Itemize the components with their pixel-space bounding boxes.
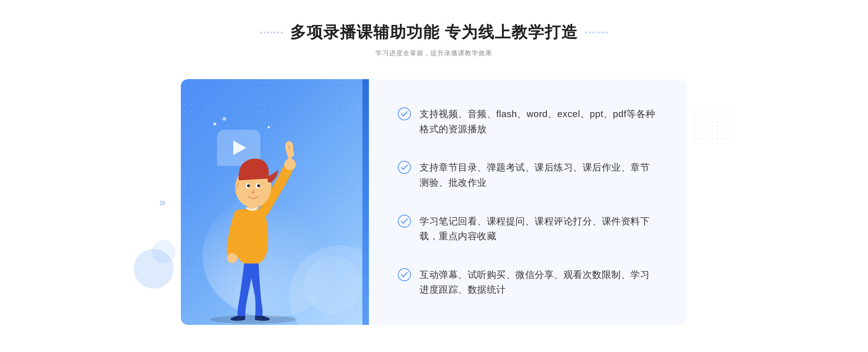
person-illustration	[192, 123, 315, 325]
svg-point-4	[227, 253, 237, 263]
feature-item-1: 支持视频、音频、flash、word、excel、ppt、pdf等各种格式的资源…	[398, 99, 658, 144]
feature-text-4: 互动弹幕、试听购买、微信分享、观看次数限制、学习进度跟踪、数据统计	[420, 267, 658, 297]
rdot-spacer	[596, 31, 597, 34]
content-section: »	[181, 79, 687, 325]
left-illustration-panel	[181, 79, 369, 325]
feature-divider-3	[420, 256, 658, 256]
page-container: 多项录播课辅助功能 专为线上教学打造 学习进度全掌握，提升录播课教学效果 »	[0, 0, 868, 352]
svg-point-14	[398, 269, 410, 281]
dot-spacer	[271, 31, 272, 34]
blue-vertical-bar	[362, 79, 369, 325]
check-icon-2	[398, 161, 411, 174]
feature-text-2: 支持章节目录、弹题考试、课后练习、课后作业、章节测验、批改作业	[420, 160, 658, 190]
check-icon-4	[398, 268, 411, 281]
rdot-6	[606, 31, 608, 34]
svg-point-8	[247, 184, 250, 187]
sub-title: 学习进度全掌握，提升录播课教学效果	[260, 49, 608, 57]
grid-deco-right	[694, 108, 731, 146]
feature-item-2: 支持章节目录、弹题考试、课后练习、课后作业、章节测验、批改作业	[398, 153, 658, 197]
feature-item-4: 互动弹幕、试听购买、微信分享、观看次数限制、学习进度跟踪、数据统计	[398, 260, 658, 305]
rdot-3	[592, 31, 595, 34]
title-row: 多项录播课辅助功能 专为线上教学打造	[260, 22, 608, 43]
feature-divider-2	[420, 202, 658, 202]
svg-point-2	[210, 315, 297, 324]
feature-text-1: 支持视频、音频、flash、word、excel、ppt、pdf等各种格式的资源…	[420, 107, 658, 137]
check-icon-1	[398, 107, 411, 120]
feature-text-3: 学习笔记回看、课程提问、课程评论打分、课件资料下载，重点内容收藏	[420, 214, 658, 244]
features-panel: 支持视频、音频、flash、word、excel、ppt、pdf等各种格式的资源…	[369, 79, 687, 325]
main-title: 多项录播课辅助功能 专为线上教学打造	[290, 22, 578, 43]
header-section: 多项录播课辅助功能 专为线上教学打造 学习进度全掌握，提升录播课教学效果	[260, 22, 608, 57]
feature-divider-1	[420, 148, 658, 149]
rdot-4	[599, 31, 601, 34]
rdot-2	[589, 31, 591, 34]
title-dots-left	[260, 31, 283, 34]
dot-1	[260, 31, 262, 34]
svg-point-13	[398, 215, 410, 227]
dot-6	[281, 31, 283, 34]
dot-2	[264, 31, 266, 34]
title-dots-right	[585, 31, 608, 34]
left-arrows-deco: »	[159, 196, 166, 209]
rdot-5	[602, 31, 604, 34]
sparkle-2	[222, 117, 226, 121]
dot-3	[267, 31, 269, 34]
rdot-1	[585, 31, 587, 34]
dot-5	[277, 31, 279, 34]
outside-circle-small	[152, 240, 175, 263]
feature-item-3: 学习笔记回看、课程提问、课程评论打分、课件资料下载，重点内容收藏	[398, 207, 658, 251]
svg-point-11	[398, 108, 410, 120]
svg-point-10	[257, 184, 260, 187]
dot-4	[273, 31, 276, 34]
svg-point-12	[398, 161, 410, 173]
check-icon-3	[398, 215, 411, 228]
svg-rect-1	[694, 108, 731, 144]
